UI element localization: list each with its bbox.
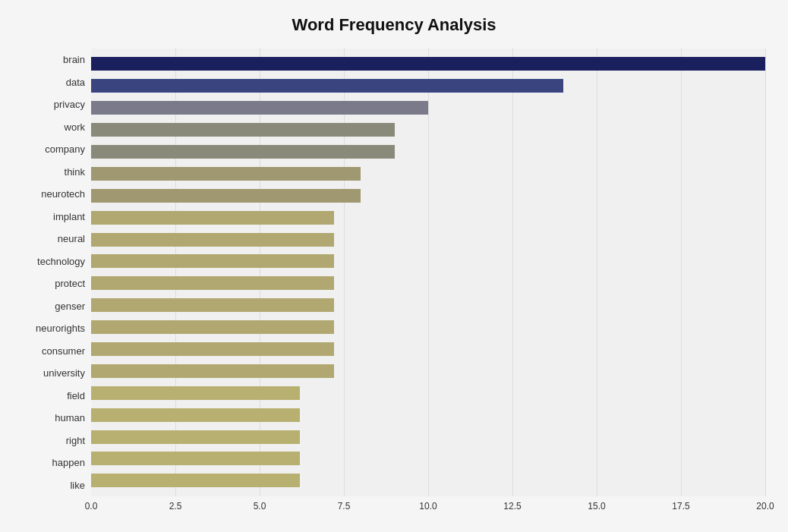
bar-row [91, 450, 765, 467]
bar-row [91, 231, 765, 248]
bar [91, 233, 334, 247]
y-axis-labels: braindataprivacyworkcompanythinkneurotec… [23, 49, 91, 496]
chart-area: braindataprivacyworkcompanythinkneurotec… [23, 49, 765, 496]
bar-row [91, 187, 765, 204]
y-label: company [45, 144, 85, 154]
y-label: genser [55, 301, 85, 311]
bar-row [91, 165, 765, 182]
bar [91, 211, 334, 225]
bar-row [91, 319, 765, 335]
y-label: privacy [54, 99, 85, 109]
x-axis: 0.02.55.07.510.012.515.017.520.0 [91, 501, 765, 516]
bar-row [91, 341, 765, 357]
y-label: field [67, 391, 85, 401]
bar-row [91, 407, 765, 423]
y-label: implant [53, 212, 85, 222]
bar-row [91, 297, 765, 313]
y-label: human [55, 413, 85, 423]
bar-row [91, 472, 765, 489]
y-label: technology [37, 257, 85, 266]
y-label: data [66, 77, 85, 87]
bar-row [91, 121, 765, 138]
y-label: consumer [42, 346, 85, 356]
x-tick-label: 2.5 [169, 501, 182, 512]
bar [91, 254, 334, 268]
chart-title: Word Frequency Analysis [23, 15, 765, 35]
bar [91, 298, 334, 312]
y-label: right [66, 436, 85, 445]
y-label: university [43, 368, 85, 378]
y-label: like [70, 480, 85, 490]
bar-row [91, 385, 765, 401]
bar [91, 430, 300, 444]
bar [91, 79, 563, 93]
bar-row [91, 363, 765, 379]
y-label: brain [63, 55, 85, 65]
bar-row [91, 429, 765, 445]
bar [91, 145, 395, 159]
bar [91, 57, 765, 71]
bar [91, 276, 334, 290]
bar-row [91, 143, 765, 160]
grid-line [765, 49, 766, 496]
bar [91, 474, 300, 487]
bar [91, 386, 300, 400]
bar [91, 101, 428, 115]
bar-row [91, 55, 765, 72]
bar [91, 320, 334, 334]
x-tick-label: 17.5 [672, 501, 689, 512]
bar [91, 189, 361, 203]
bar [91, 364, 334, 378]
y-label: neurorights [36, 323, 85, 333]
plot-area [91, 49, 765, 496]
y-label: work [65, 122, 85, 132]
y-label: protect [55, 279, 85, 288]
y-label: neurotech [41, 189, 85, 199]
x-tick-label: 12.5 [503, 501, 521, 512]
x-tick-label: 0.0 [85, 501, 98, 512]
bar [91, 342, 334, 356]
y-label: happen [52, 458, 85, 467]
bar-row [91, 275, 765, 291]
x-tick-label: 5.0 [254, 501, 266, 512]
x-tick-label: 7.5 [338, 501, 351, 512]
x-tick-label: 20.0 [756, 501, 774, 512]
bar [91, 452, 300, 465]
y-label: think [65, 167, 85, 177]
x-tick-label: 10.0 [419, 501, 437, 512]
x-tick-label: 15.0 [588, 501, 605, 512]
chart-container: Word Frequency Analysis braindataprivacy… [0, 0, 788, 532]
y-label: neural [58, 234, 85, 244]
bar-row [91, 253, 765, 269]
bar [91, 408, 300, 422]
bar [91, 123, 395, 137]
bar-row [91, 77, 765, 94]
bar-row [91, 99, 765, 116]
bar-row [91, 209, 765, 226]
bar [91, 167, 361, 181]
